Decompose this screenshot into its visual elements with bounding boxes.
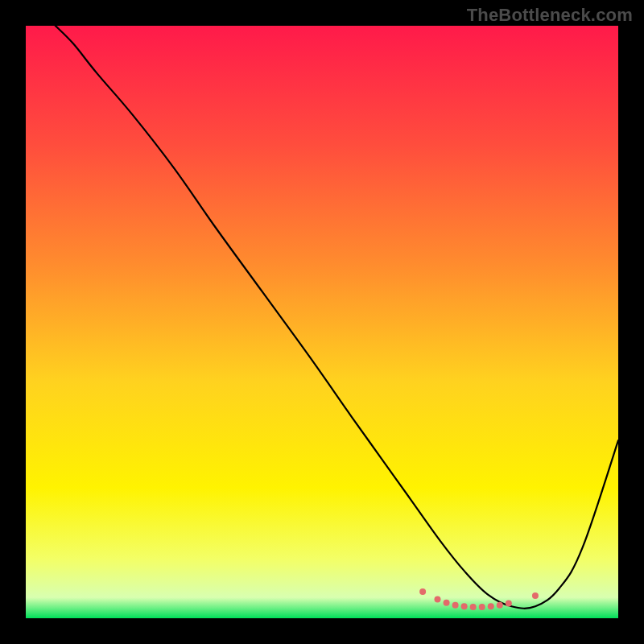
chart-background	[26, 26, 618, 618]
marker-dot	[479, 604, 485, 610]
marker-dot	[488, 603, 494, 609]
marker-dot	[497, 602, 503, 609]
chart-frame	[26, 26, 618, 618]
marker-dot	[444, 600, 450, 606]
marker-dot	[452, 602, 459, 609]
watermark-text: TheBottleneck.com	[467, 5, 633, 26]
chart-svg	[26, 26, 618, 618]
marker-dot	[506, 601, 512, 607]
marker-dot	[461, 603, 468, 609]
marker-dot	[435, 596, 441, 602]
marker-dot	[419, 588, 426, 595]
marker-dot	[532, 592, 539, 599]
marker-dot	[470, 604, 477, 610]
